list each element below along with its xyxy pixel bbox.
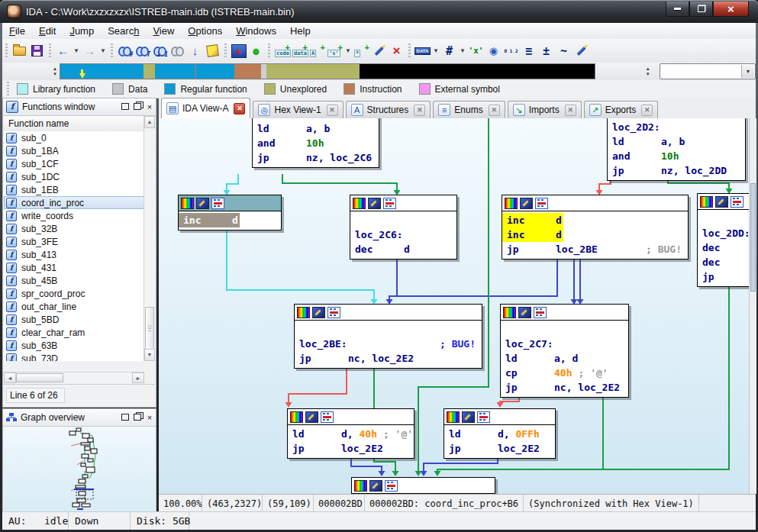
node-titlebar[interactable] bbox=[350, 195, 456, 211]
code-line[interactable]: decd bbox=[355, 242, 456, 256]
scrollbar-thumb[interactable] bbox=[16, 373, 63, 382]
number-dropdown-icon[interactable]: ▼ bbox=[458, 42, 467, 60]
function-list-item[interactable]: fclear_char_ram bbox=[4, 326, 144, 339]
band-segment-unexplored[interactable] bbox=[144, 64, 155, 79]
code-line[interactable]: loc_2C6: bbox=[355, 227, 456, 242]
code-line[interactable] bbox=[505, 322, 628, 337]
code-line-highlighted[interactable]: incd bbox=[502, 213, 688, 227]
number-operand-icon[interactable]: # bbox=[440, 42, 458, 60]
function-list-item[interactable]: fsub_63B bbox=[4, 339, 144, 352]
function-list-item[interactable]: fsub_45B bbox=[4, 274, 144, 287]
tab-close-icon[interactable]: ✕ bbox=[327, 105, 338, 116]
scrollbar-thumb[interactable] bbox=[750, 183, 756, 292]
make-array-icon[interactable]: A+ bbox=[308, 42, 326, 60]
code-line[interactable]: decd bbox=[702, 255, 749, 269]
graph-node-ld-40h[interactable]: ldd, 40h; '@' jploc_2E2 bbox=[287, 408, 414, 459]
node-titlebar[interactable] bbox=[179, 195, 281, 211]
graph-node-current[interactable]: incd bbox=[178, 195, 282, 231]
node-xref-icon[interactable] bbox=[385, 480, 398, 492]
toolbar-grip[interactable] bbox=[224, 44, 227, 59]
data-format-icon[interactable]: DATA bbox=[414, 42, 431, 60]
scroll-right-icon[interactable]: ► bbox=[132, 372, 144, 383]
band-segment-regular[interactable] bbox=[60, 64, 144, 79]
navigate-back-icon[interactable]: ← bbox=[54, 42, 72, 60]
band-zoom-out-icon[interactable]: ▼ bbox=[646, 72, 650, 77]
graph-view[interactable]: lda, b and10h jpnz, loc_2C6 loc_2D2: lda… bbox=[159, 118, 749, 494]
graph-node-merge[interactable] bbox=[351, 477, 495, 494]
code-line[interactable]: and10h bbox=[612, 149, 745, 163]
menu-search[interactable]: Search bbox=[101, 24, 146, 38]
make-align-icon[interactable]: *+ bbox=[353, 42, 370, 60]
scroll-up-icon[interactable]: ▲ bbox=[144, 116, 155, 128]
node-xref-icon[interactable] bbox=[534, 307, 547, 318]
node-color-icon[interactable] bbox=[297, 307, 310, 318]
node-titlebar[interactable] bbox=[502, 195, 688, 211]
menu-help[interactable]: Help bbox=[283, 24, 318, 38]
search-number-icon[interactable]: # bbox=[116, 42, 134, 60]
node-edit-icon[interactable] bbox=[305, 411, 318, 423]
name-combobox[interactable]: ▼ bbox=[660, 63, 756, 79]
overview-thumbnail[interactable] bbox=[4, 427, 155, 511]
band-zoom-buttons[interactable]: ▲ ▼ bbox=[646, 66, 650, 77]
band-up-icon[interactable]: ▲ bbox=[53, 66, 57, 72]
code-line[interactable]: jpnz, loc_2DD bbox=[612, 163, 745, 178]
scroll-left-icon[interactable]: ◄ bbox=[4, 372, 16, 383]
band-scroll-buttons[interactable]: ▲ ▼ bbox=[53, 66, 57, 77]
graph-node-loc_2C7[interactable]: loc_2C7: lda, d cp40h; '@' jpnc, loc_2E2 bbox=[500, 304, 629, 398]
band-segment-unexplored[interactable] bbox=[266, 64, 360, 79]
function-list-item[interactable]: fsub_1DC bbox=[4, 170, 144, 183]
manual-operand-icon[interactable] bbox=[573, 42, 590, 60]
band-segment-regular[interactable] bbox=[155, 64, 195, 79]
code-line[interactable]: cp40h; '@' bbox=[505, 366, 628, 380]
band-zoom-in-icon[interactable]: ▲ bbox=[646, 66, 650, 72]
forward-dropdown-icon[interactable]: ▼ bbox=[98, 42, 108, 60]
functions-window-titlebar[interactable]: f Functions window × bbox=[3, 98, 156, 116]
struct-operand-icon[interactable]: ≡ bbox=[520, 42, 537, 60]
menu-windows[interactable]: Windows bbox=[229, 24, 283, 38]
data-format-dropdown-icon[interactable]: ▼ bbox=[431, 42, 440, 60]
function-list-item[interactable]: fsub_5BD bbox=[4, 313, 144, 326]
panel-maximize-icon[interactable] bbox=[119, 413, 131, 422]
code-line[interactable]: jploc_2E2 bbox=[702, 269, 749, 284]
toolbar-grip[interactable] bbox=[5, 44, 8, 59]
menu-edit[interactable]: Edit bbox=[32, 24, 63, 38]
navigate-forward-icon[interactable]: → bbox=[81, 42, 98, 60]
make-data-icon[interactable]: data+ bbox=[291, 42, 308, 60]
minimize-button[interactable] bbox=[666, 2, 689, 17]
function-list-item[interactable]: fsub_0 bbox=[4, 131, 144, 144]
graph-node-ld-0FFh[interactable]: ldd, 0FFh jploc_2E2 bbox=[444, 408, 556, 459]
node-titlebar[interactable] bbox=[698, 194, 749, 210]
navigation-band[interactable] bbox=[60, 63, 595, 79]
scrollbar-thumb[interactable] bbox=[145, 307, 154, 350]
node-color-icon[interactable] bbox=[354, 480, 367, 492]
node-xref-icon[interactable] bbox=[731, 196, 743, 208]
panel-close-icon[interactable]: × bbox=[144, 413, 156, 422]
toolbar-grip[interactable] bbox=[408, 44, 411, 59]
back-dropdown-icon[interactable]: ▼ bbox=[72, 42, 81, 60]
node-edit-icon[interactable] bbox=[196, 198, 209, 209]
band-down-icon[interactable]: ▼ bbox=[53, 72, 57, 77]
tab-ida-view-a[interactable]: ▤ IDA View-A ✕ bbox=[161, 98, 250, 118]
node-xref-icon[interactable] bbox=[321, 411, 334, 423]
function-list-item[interactable]: fsub_32B bbox=[4, 222, 144, 235]
segment-operand-icon[interactable]: ◉ bbox=[485, 42, 502, 60]
function-list-item[interactable]: fsub_1CF bbox=[4, 157, 144, 170]
node-xref-icon[interactable] bbox=[383, 198, 396, 209]
function-list-item-selected[interactable]: fcoord_inc_proc bbox=[4, 196, 144, 209]
enum-operand-icon[interactable]: 0 1 2 bbox=[502, 42, 520, 60]
search-again-icon[interactable] bbox=[169, 42, 186, 60]
code-line[interactable]: jpnz, loc_2C6 bbox=[257, 150, 379, 165]
graph-vertical-scrollbar[interactable] bbox=[749, 118, 756, 494]
node-edit-icon[interactable] bbox=[518, 307, 531, 318]
graph-node-inc-pair[interactable]: incd incd jploc_2BE; BUG! bbox=[502, 195, 689, 260]
node-color-icon[interactable] bbox=[290, 411, 303, 423]
code-line[interactable]: loc_2C7: bbox=[505, 337, 628, 351]
code-line[interactable]: lda, b bbox=[257, 121, 379, 136]
function-list-item[interactable]: fsub_413 bbox=[4, 248, 144, 261]
node-titlebar[interactable] bbox=[444, 409, 555, 425]
band-segment-instruction[interactable] bbox=[234, 64, 261, 79]
node-edit-icon[interactable] bbox=[715, 196, 728, 208]
window-titlebar[interactable]: IDA - C:\Work\zxzxzxzx\ISTREB-main.idb (… bbox=[0, 0, 758, 23]
scroll-down-icon[interactable]: ▼ bbox=[144, 349, 155, 361]
tab-structures[interactable]: A Structures ✕ bbox=[346, 101, 431, 118]
